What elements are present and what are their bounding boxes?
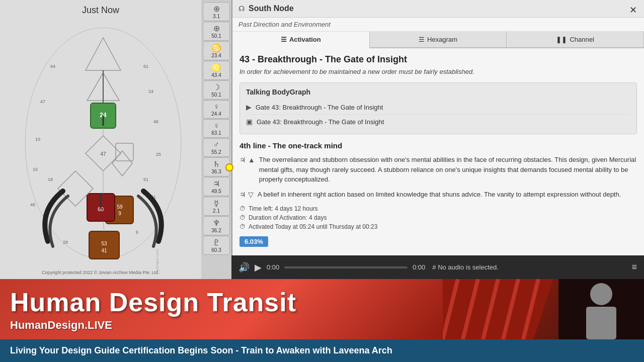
audio-time-start: 0:00 [267, 263, 279, 271]
svg-text:18: 18 [48, 177, 53, 182]
sidebar-icon-1[interactable]: ⊕50.1 [203, 22, 230, 41]
person-silhouette [571, 279, 631, 339]
info-duration: ⏱ Duration of Activation: 4 days [239, 214, 637, 221]
close-button[interactable]: ✕ [627, 4, 639, 16]
cursor-indicator [225, 163, 233, 171]
activation-tab-icon: ☰ [281, 36, 287, 43]
play-pause-button[interactable]: ▶ [255, 262, 262, 273]
talking-bodygraph-box: Talking BodyGraph ▶ Gate 43: Breakthroug… [239, 82, 637, 134]
line-title: 4th line - The one-track mind [239, 141, 637, 150]
svg-marker-17 [112, 151, 132, 176]
svg-text:9: 9 [118, 211, 121, 216]
audio-row-play[interactable]: ▶ Gate 43: Breakthrough - The Gate of In… [246, 100, 630, 115]
svg-text:41: 41 [101, 248, 107, 253]
audio-row-play-text: Gate 43: Breakthrough - The Gate of Insi… [256, 104, 383, 111]
gate-subtitle-text: The Gate of Insight [325, 54, 407, 64]
tab-hexagram[interactable]: ☰ Hexagram [370, 32, 507, 47]
gate-number: 43 [239, 54, 250, 64]
panel-title: South Node [249, 4, 294, 13]
duration-text: Duration of Activation: 4 days [249, 214, 327, 221]
activation-tab-label: Activation [289, 36, 321, 43]
svg-point-46 [590, 283, 612, 305]
hexagram-tab-label: Hexagram [427, 36, 457, 43]
sidebar-icon-11[interactable]: ♆36.2 [203, 216, 230, 235]
info-time-left: ⏱ Time left: 4 days 12 hours [239, 205, 637, 212]
svg-point-0 [25, 28, 181, 259]
no-audio-text: # No audio is selected. [432, 263, 499, 271]
svg-text:53: 53 [101, 241, 107, 246]
audio-list-button[interactable]: ≡ [632, 262, 637, 273]
ticker-bar: Living Your Design Guide Certification B… [0, 339, 644, 362]
line-symbol-2: ♃ ▽ [239, 190, 254, 200]
bodygraph-panel: Just Now 24 47 59 9 60 53 41 [0, 0, 201, 279]
audio-time-end: 0:00 [413, 263, 425, 271]
svg-text:25: 25 [156, 152, 161, 157]
channel-tab-label: Channel [570, 36, 594, 43]
info-activated: ⏱ Activated Today at 05:24 until Thursda… [239, 223, 637, 230]
sidebar-icon-3[interactable]: ♌43.4 [203, 61, 230, 80]
channel-tab-icon: ❚❚ [556, 36, 567, 43]
svg-rect-47 [586, 307, 616, 339]
sidebar-icon-5[interactable]: ♀24.4 [203, 100, 230, 119]
svg-text:6: 6 [136, 230, 138, 235]
sidebar-icon-0[interactable]: ⊕3.1 [203, 2, 230, 21]
svg-line-21 [103, 221, 104, 231]
svg-text:61: 61 [143, 64, 148, 69]
svg-text:24: 24 [148, 89, 153, 94]
audio-row-doc-text: Gate 43: Breakthrough - The Gate of Insi… [257, 118, 384, 126]
tabs-bar: ☰ Activation ☰ Hexagram ❚❚ Channel [232, 32, 644, 48]
clock-icon-2: ⏱ [239, 214, 246, 221]
audio-row-doc[interactable]: ▣ Gate 43: Breakthrough - The Gate of In… [246, 115, 630, 129]
line-symbol-1: ♃ ▲ [239, 155, 255, 165]
line-text-1: The overreliance and stubborn obsession … [259, 155, 637, 185]
svg-text:28: 28 [63, 240, 68, 245]
sidebar-icon-10[interactable]: ☿2.1 [203, 197, 230, 216]
copyright-text: Copyright protected 2022 © Jovian Archiv… [42, 270, 159, 275]
line-desc-2: ♃ ▽ A belief in inherent right action ba… [239, 190, 637, 200]
bodygraph-svg: 24 47 59 9 60 53 41 [5, 15, 201, 272]
gate-description: In order for achievement to be maintaine… [239, 68, 637, 75]
sidebar-icon-6[interactable]: ♀63.1 [203, 119, 230, 138]
svg-text:47: 47 [40, 99, 45, 104]
activated-text: Activated Today at 05:24 until Thursday … [249, 223, 377, 230]
sidebar-icon-12[interactable]: ♇60.3 [203, 236, 230, 255]
svg-text:51: 51 [143, 177, 148, 182]
timestamp: Just Now [82, 5, 119, 16]
sidebar-icon-9[interactable]: ♃49.5 [203, 177, 230, 196]
gate-title: 43 - Breakthrough - The Gate of Insight [239, 54, 637, 65]
planet-icon: ☊ [238, 5, 245, 13]
time-left-text: Time left: 4 days 12 hours [249, 205, 318, 212]
right-panel: ☊ South Node ✕ Past Direction and Enviro… [231, 0, 644, 279]
sidebar-icon-2[interactable]: ♋23.4 [203, 41, 230, 60]
sidebar-icon-7[interactable]: ♂55.2 [203, 138, 230, 157]
doc-icon: ▣ [246, 118, 253, 126]
gate-separator: - [252, 54, 258, 64]
line-desc-1: ♃ ▲ The overreliance and stubborn obsess… [239, 155, 637, 185]
svg-text:15: 15 [33, 167, 38, 172]
volume-button[interactable]: 🔊 [238, 262, 250, 273]
svg-text:64: 64 [50, 64, 55, 69]
talking-bodygraph-title: Talking BodyGraph [246, 88, 630, 96]
panel-content: 43 - Breakthrough - The Gate of Insight … [232, 48, 644, 279]
clock-icon-3: ⏱ [239, 223, 246, 230]
svg-rect-7 [116, 143, 133, 161]
tab-channel[interactable]: ❚❚ Channel [507, 32, 644, 47]
play-icon: ▶ [246, 103, 252, 111]
right-sidebar: ⊕3.1⊕50.1♋23.4♌43.4☽50.1♀24.4♀63.1♂55.2♄… [201, 0, 231, 279]
audio-progress-bar[interactable] [284, 266, 408, 268]
panel-subtitle: Past Direction and Environment [232, 18, 644, 32]
gate-name: Breakthrough [258, 54, 317, 64]
line-text-2: A belief in inherent right action based … [258, 190, 621, 200]
svg-text:46: 46 [153, 119, 158, 124]
banner-person [558, 279, 644, 339]
hexagram-tab-icon: ☰ [419, 36, 425, 43]
tab-activation[interactable]: ☰ Activation [232, 32, 370, 48]
svg-text:59: 59 [117, 204, 123, 210]
ticker-text: Living Your Design Guide Certification B… [0, 345, 392, 356]
svg-text:myBodyGraph.com: myBodyGraph.com [155, 249, 159, 272]
panel-header: ☊ South Node ✕ [232, 0, 644, 18]
svg-marker-1 [86, 38, 121, 70]
sidebar-icon-4[interactable]: ☽50.1 [203, 80, 230, 100]
gate-subtitle-inline: - [319, 54, 325, 64]
svg-text:46: 46 [30, 202, 35, 207]
